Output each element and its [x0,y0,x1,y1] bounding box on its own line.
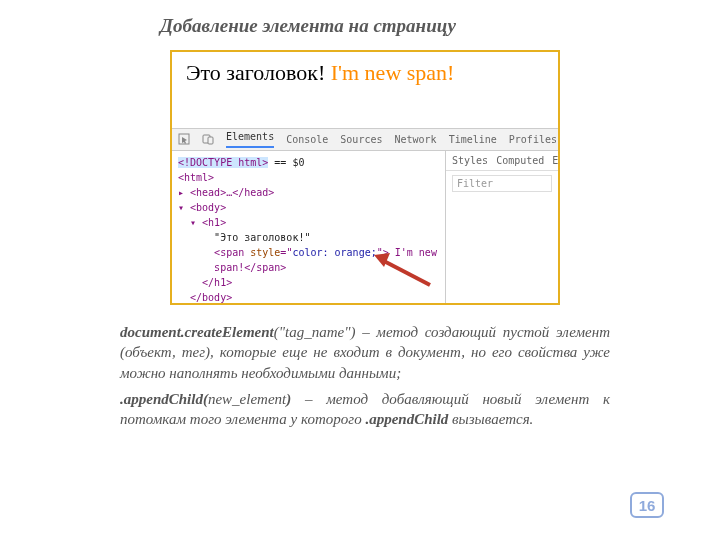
arrow-icon [372,251,434,289]
devtools-screenshot: Это заголовок! I'm new span! Elements Co… [170,50,560,305]
rendered-text-orange: I'm new span! [331,60,455,85]
dom-body-close: </body> [178,292,232,303]
side-tab-computed[interactable]: Computed [496,155,544,166]
dom-span-open: <span [178,247,250,258]
rendered-text-black: Это заголовок! [186,60,331,85]
p1-t1: (" [274,324,285,340]
tab-elements[interactable]: Elements [226,131,274,148]
dom-attr-name: style [250,247,280,258]
devtools-tabs: Elements Console Sources Network Timelin… [172,129,558,151]
styles-panel: Styles Computed Eve Filter [446,151,558,303]
dom-text-node: "Это заголовок!" [178,232,310,243]
description: document.createElement("tag_name") – мет… [120,322,610,435]
dom-head-open: ▸ <head> [178,187,226,198]
device-icon[interactable] [202,133,214,147]
page-number-badge: 16 [630,492,664,518]
tab-sources[interactable]: Sources [340,134,382,145]
method-appendchild-ref: .appendChild [365,411,448,427]
inspect-icon[interactable] [178,133,190,147]
side-tab-events[interactable]: Eve [552,155,558,166]
p1-arg: tag_name [285,324,344,340]
filter-input[interactable]: Filter [452,175,552,192]
dom-eq: =" [280,247,292,258]
tab-timeline[interactable]: Timeline [449,134,497,145]
dom-attr-val: color: orange; [292,247,376,258]
p2-arg: new_element [208,391,286,407]
devtools-panel: Elements Console Sources Network Timelin… [172,128,558,303]
p2-t2: вызывается. [448,411,533,427]
tab-console[interactable]: Console [286,134,328,145]
tab-network[interactable]: Network [394,134,436,145]
side-tab-styles[interactable]: Styles [452,155,488,166]
method-appendchild-open: .appendChild( [120,391,208,407]
dom-head-close: …</head> [226,187,274,198]
dom-doctype: <!DOCTYPE html> [178,157,268,168]
method-createelement: document.createElement [120,324,274,340]
svg-rect-2 [208,137,213,144]
slide-title: Добавление элемента на страницу [160,14,540,38]
dom-html-open: <html> [178,172,214,183]
dom-h1-open: ▾ <h1> [178,217,226,228]
dom-span-close: span!</span> [178,262,286,273]
dom-h1-close: </h1> [178,277,232,288]
dom-tree[interactable]: <!DOCTYPE html> == $0 <html> ▸ <head>…</… [172,151,446,303]
rendered-page: Это заголовок! I'm new span! [172,52,558,128]
dom-eqsel: == $0 [268,157,304,168]
dom-body-open: ▾ <body> [178,202,226,213]
tab-profiles[interactable]: Profiles [509,134,557,145]
